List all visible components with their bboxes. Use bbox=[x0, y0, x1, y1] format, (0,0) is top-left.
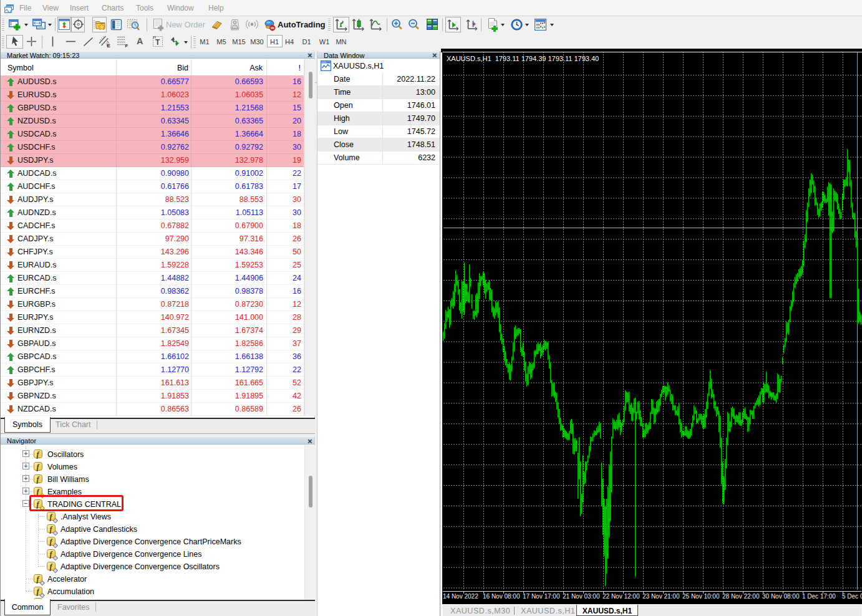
svg-text:E: E bbox=[107, 43, 110, 48]
svg-text:T: T bbox=[155, 38, 160, 47]
svg-text:F: F bbox=[125, 43, 128, 48]
